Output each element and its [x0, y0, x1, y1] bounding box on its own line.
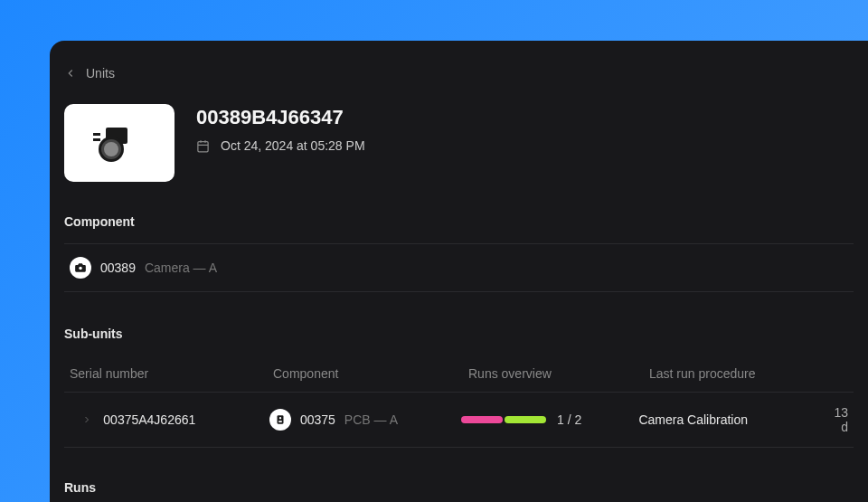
svg-rect-11	[277, 415, 283, 423]
svg-rect-4	[93, 133, 100, 136]
page-title: 00389B4J66347	[196, 106, 365, 129]
svg-rect-6	[198, 141, 208, 151]
table-row[interactable]: 00375A4J62661 00375 PCB — A 1 / 2 Camera…	[64, 393, 854, 448]
cell-component-id: 00375	[300, 412, 335, 427]
breadcrumb: Units	[64, 66, 854, 81]
runs-progress-bars	[461, 416, 546, 423]
app-window: Units 00389B4J66347 Oc	[50, 41, 868, 502]
cell-serial: 00375A4J62661	[103, 412, 269, 427]
runs-count-text: 1 / 2	[557, 412, 581, 427]
unit-header: 00389B4J66347 Oct 24, 2024 at 05:28 PM	[64, 104, 854, 182]
breadcrumb-units-link[interactable]: Units	[86, 66, 115, 81]
timestamp-text: Oct 24, 2024 at 05:28 PM	[221, 138, 365, 153]
svg-rect-5	[93, 138, 100, 141]
svg-point-12	[279, 417, 281, 419]
expand-row-toggle[interactable]	[70, 414, 103, 425]
back-icon[interactable]	[64, 67, 77, 80]
run-bar-pass	[505, 416, 546, 423]
cell-time: 13 d	[834, 405, 848, 434]
run-bar-fail	[461, 416, 503, 423]
th-component: Component	[273, 366, 468, 381]
th-serial: Serial number	[70, 366, 273, 381]
cell-component: 00375 PCB — A	[269, 409, 461, 431]
calendar-icon	[196, 139, 210, 153]
cell-component-meta: PCB — A	[344, 412, 398, 427]
component-id: 00389	[100, 260, 136, 275]
th-lastrun: Last run procedure	[649, 366, 848, 381]
component-section-heading: Component	[64, 214, 854, 229]
cell-lastrun: Camera Calibration	[638, 412, 834, 427]
subunits-table: Serial number Component Runs overview La…	[64, 355, 854, 448]
svg-point-10	[79, 267, 82, 270]
th-runs: Runs overview	[468, 366, 649, 381]
pcb-icon	[269, 409, 291, 431]
runs-section-heading: Runs	[64, 480, 854, 495]
svg-point-3	[104, 142, 118, 156]
camera-icon	[70, 257, 91, 279]
svg-rect-13	[278, 421, 282, 422]
component-row[interactable]: 00389 Camera — A	[64, 243, 854, 292]
timestamp-row: Oct 24, 2024 at 05:28 PM	[196, 138, 365, 153]
cell-runs: 1 / 2	[461, 412, 638, 427]
subunits-section-heading: Sub-units	[64, 327, 854, 341]
table-header-row: Serial number Component Runs overview La…	[64, 355, 854, 393]
unit-thumbnail	[64, 104, 175, 182]
component-meta: Camera — A	[145, 260, 217, 275]
